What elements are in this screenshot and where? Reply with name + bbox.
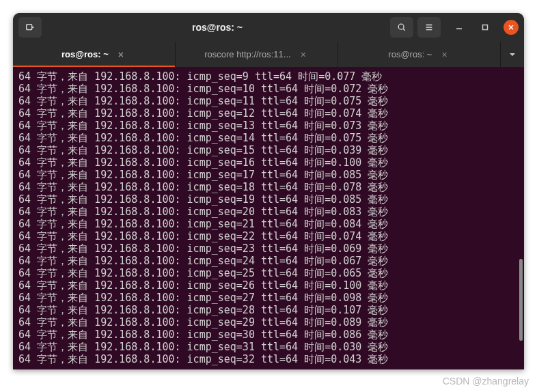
- scrollbar-thumb[interactable]: [519, 259, 523, 341]
- minimize-icon: [454, 23, 464, 32]
- tab-2[interactable]: roscore http://ros:11... ×: [176, 42, 338, 67]
- tab-3[interactable]: ros@ros: ~ ×: [338, 42, 501, 67]
- tab-label: ros@ros: ~: [61, 49, 109, 59]
- tabs-dropdown-button[interactable]: [501, 42, 524, 67]
- titlebar: ros@ros: ~: [13, 13, 524, 42]
- svg-point-1: [398, 24, 404, 29]
- search-button[interactable]: [390, 17, 413, 38]
- terminal-output[interactable]: 64 字节，来自 192.168.8.100: icmp_seq=9 ttl=6…: [13, 68, 524, 369]
- svg-rect-2: [483, 25, 488, 30]
- tab-close-icon[interactable]: ×: [298, 49, 309, 60]
- maximize-icon: [480, 23, 490, 32]
- menu-button[interactable]: [417, 17, 441, 38]
- chevron-down-icon: [508, 50, 517, 59]
- terminal-window: ros@ros: ~ ros@ros: ~ × roscore htt: [13, 13, 524, 369]
- tab-1[interactable]: ros@ros: ~ ×: [13, 42, 176, 67]
- watermark: CSDN @zhangrelay: [443, 376, 529, 387]
- tab-close-icon[interactable]: ×: [439, 49, 450, 60]
- tab-close-icon[interactable]: ×: [115, 49, 126, 60]
- close-icon: [506, 23, 516, 32]
- tab-label: ros@ros: ~: [388, 49, 432, 59]
- terminal-text: 64 字节，来自 192.168.8.100: icmp_seq=9 ttl=6…: [18, 70, 519, 365]
- new-tab-icon: [25, 23, 35, 32]
- hamburger-icon: [424, 23, 434, 32]
- svg-rect-0: [27, 25, 32, 30]
- maximize-button[interactable]: [478, 20, 493, 35]
- window-title: ros@ros: ~: [44, 22, 390, 33]
- new-tab-button[interactable]: [18, 17, 42, 38]
- close-button[interactable]: [504, 20, 519, 35]
- minimize-button[interactable]: [452, 20, 467, 35]
- search-icon: [397, 23, 407, 32]
- tab-label: roscore http://ros:11...: [204, 49, 290, 59]
- tab-bar: ros@ros: ~ × roscore http://ros:11... × …: [13, 42, 524, 68]
